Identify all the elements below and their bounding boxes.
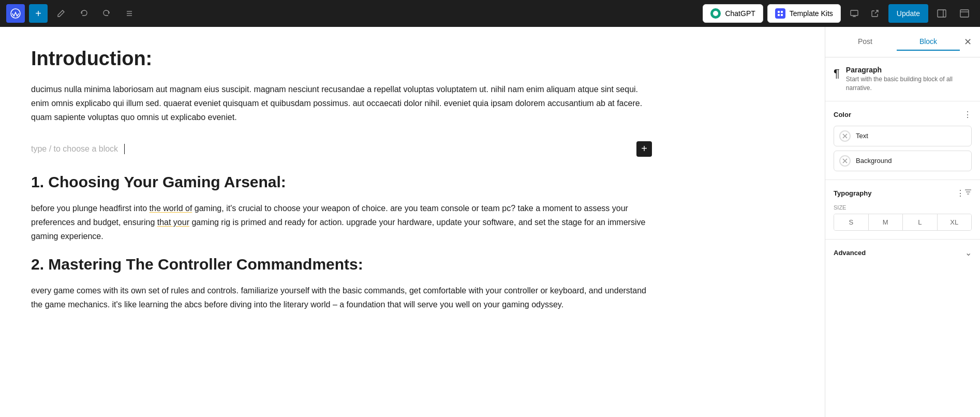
block-info: ¶ Paragraph Start with the basic buildin…	[834, 66, 972, 93]
section1-heading[interactable]: 1. Choosing Your Gaming Arsenal:	[31, 173, 652, 191]
desktop-view-button[interactable]	[845, 4, 864, 23]
svg-rect-7	[778, 14, 780, 16]
advanced-section[interactable]: Advanced ⌄	[825, 240, 980, 266]
add-block-topbar-button[interactable]: +	[29, 4, 48, 23]
text-color-option[interactable]: Text	[834, 126, 972, 146]
panel-close-button[interactable]: ✕	[964, 36, 972, 48]
background-color-option[interactable]: Background	[834, 151, 972, 171]
right-panel: Post Block ✕ ¶ Paragraph Start with the …	[825, 27, 980, 417]
svg-rect-5	[778, 11, 780, 13]
size-buttons: S M L XL	[834, 214, 972, 231]
chatgpt-button[interactable]: ChatGPT	[703, 4, 763, 23]
typography-filter-button[interactable]	[964, 188, 972, 198]
post-title[interactable]: Introduction:	[31, 48, 652, 70]
tab-block[interactable]: Block	[897, 33, 960, 51]
block-name: Paragraph	[846, 66, 972, 74]
section2-heading[interactable]: 2. Mastering The Controller Commandments…	[31, 256, 652, 273]
view-mode-icons	[845, 4, 884, 23]
redo-button[interactable]	[97, 4, 116, 23]
color-more-button[interactable]: ⋮	[963, 110, 972, 120]
text-color-label: Text	[856, 132, 868, 140]
para2-highlight2: that your	[157, 218, 189, 227]
size-xl-button[interactable]: XL	[938, 214, 972, 230]
intro-paragraph[interactable]: ducimus nulla minima laboriosam aut magn…	[31, 82, 652, 125]
size-m-button[interactable]: M	[869, 214, 903, 230]
editor-area[interactable]: Introduction: ducimus nulla minima labor…	[0, 27, 825, 417]
paragraph-icon: ¶	[834, 67, 840, 80]
placeholder-text: type / to choose a block	[31, 144, 118, 154]
para2-highlight1: the world of	[150, 204, 192, 213]
color-options: Text Background	[834, 126, 972, 171]
editor-content: Introduction: ducimus nulla minima labor…	[31, 48, 652, 312]
cursor	[124, 144, 125, 154]
edit-button[interactable]	[52, 4, 70, 23]
background-color-circle	[839, 155, 851, 167]
more-options-button[interactable]	[955, 4, 974, 23]
template-kits-button[interactable]: Template Kits	[767, 4, 841, 23]
advanced-title: Advanced	[834, 249, 866, 257]
list-view-button[interactable]	[120, 4, 139, 23]
topbar: + ChatGPT	[0, 0, 980, 27]
block-info-text: Paragraph Start with the basic building …	[846, 66, 972, 93]
external-link-button[interactable]	[866, 4, 884, 23]
template-kits-icon	[775, 8, 785, 19]
controller-commandments-paragraph[interactable]: every game comes with its own set of rul…	[31, 284, 652, 311]
chatgpt-icon	[710, 8, 721, 19]
svg-rect-13	[938, 10, 946, 17]
size-label: SIZE	[834, 204, 972, 211]
text-color-circle	[839, 130, 851, 142]
block-info-section: ¶ Paragraph Start with the basic buildin…	[825, 57, 980, 101]
background-color-label: Background	[856, 157, 892, 165]
size-section: SIZE S M L XL	[834, 204, 972, 231]
panel-tabs: Post Block	[834, 33, 960, 51]
wp-logo[interactable]	[6, 4, 25, 23]
sidebar-toggle-button[interactable]	[932, 4, 951, 23]
tab-post[interactable]: Post	[834, 33, 897, 51]
add-block-inline-button[interactable]: +	[636, 141, 652, 157]
block-description: Start with the basic building block of a…	[846, 75, 972, 93]
svg-rect-6	[781, 11, 783, 13]
chevron-down-icon: ⌄	[965, 248, 972, 258]
panel-header: Post Block ✕	[825, 27, 980, 57]
gaming-arsenal-paragraph[interactable]: before you plunge headfirst into the wor…	[31, 201, 652, 244]
color-section-title: Color	[834, 111, 851, 118]
typography-section-header: Typography ⋮	[834, 188, 972, 198]
color-section-header: Color ⋮	[834, 110, 972, 120]
svg-rect-9	[851, 10, 858, 16]
size-s-button[interactable]: S	[834, 214, 869, 230]
svg-rect-8	[781, 14, 783, 16]
typography-section-title: Typography	[834, 189, 871, 197]
typography-more-button[interactable]: ⋮	[956, 188, 964, 198]
block-placeholder-area[interactable]: type / to choose a block +	[31, 137, 652, 161]
undo-button[interactable]	[75, 4, 93, 23]
template-kits-label: Template Kits	[790, 9, 833, 18]
color-section: Color ⋮ Text	[825, 101, 980, 180]
size-l-button[interactable]: L	[903, 214, 938, 230]
update-button[interactable]: Update	[888, 4, 928, 23]
main-layout: Introduction: ducimus nulla minima labor…	[0, 27, 980, 417]
svg-line-12	[875, 10, 878, 13]
para2-before: before you plunge headfirst into	[31, 204, 150, 213]
typography-filter-icons: ⋮	[956, 188, 972, 198]
svg-point-4	[713, 11, 718, 16]
typography-section: Typography ⋮ SIZE S M	[825, 180, 980, 240]
svg-rect-15	[960, 10, 969, 17]
chatgpt-label: ChatGPT	[725, 9, 755, 18]
